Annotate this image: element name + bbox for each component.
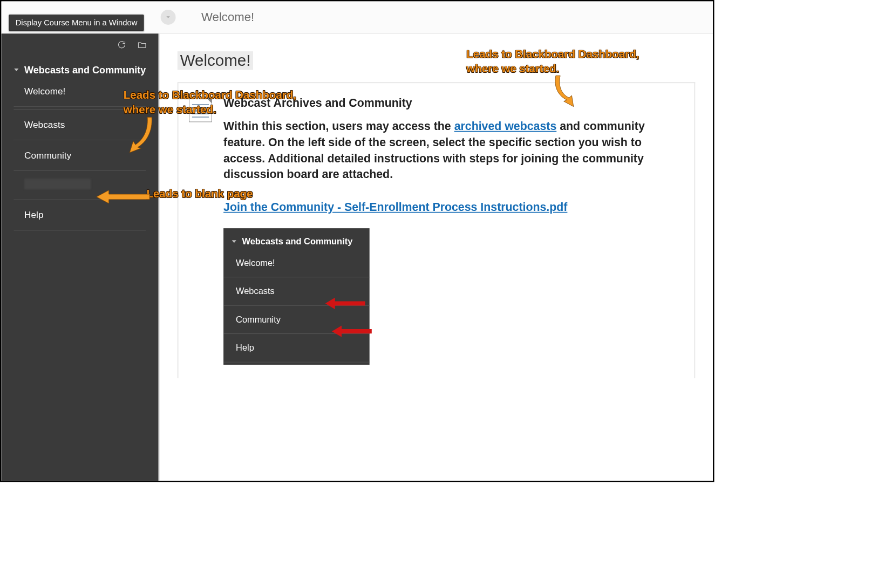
page-title: Welcome! [178, 51, 254, 70]
sidebar-tools [1, 40, 158, 56]
caret-down-icon [13, 66, 19, 74]
chevron-down-icon [165, 13, 172, 20]
mini-sidebar-title: Webcasts and Community [242, 235, 353, 247]
content-card: Webcast Archives and Community Within th… [178, 83, 695, 378]
document-icon [189, 97, 212, 122]
sidebar-title-row[interactable]: Webcasts and Community [13, 56, 146, 79]
breadcrumb: Welcome! [201, 10, 254, 24]
sidebar-item-help[interactable]: Help [13, 200, 146, 230]
mini-item-help: Help [223, 334, 370, 362]
content-entry: Webcast Archives and Community Within th… [189, 97, 684, 365]
pdf-link[interactable]: Join the Community - Self-Enrollment Pro… [223, 200, 567, 214]
mini-item-webcasts: Webcasts [223, 277, 370, 305]
mini-item-community: Community [223, 305, 370, 333]
folder-icon[interactable] [137, 40, 147, 51]
app-frame: Display Course Menu in a Window Welcome!… [0, 0, 714, 482]
sidebar-title: Webcasts and Community [24, 64, 146, 77]
sidebar-item-community[interactable]: Community [13, 140, 146, 171]
sidebar: Webcasts and Community Welcome! Webcasts… [1, 33, 158, 481]
archived-webcasts-link[interactable]: archived webcasts [454, 119, 557, 133]
tooltip-display-menu: Display Course Menu in a Window [9, 15, 144, 31]
entry-body-before: Within this section, users may access th… [223, 119, 454, 133]
sidebar-item-welcome[interactable]: Welcome! [13, 79, 146, 106]
sidebar-item-redacted[interactable] [13, 170, 146, 200]
caret-down-icon [232, 238, 237, 246]
annotation-right-note: Leads to Blackboard Dashboard, where we … [466, 47, 661, 76]
entry-heading: Webcast Archives and Community [223, 97, 684, 110]
mini-item-welcome: Welcome! [223, 249, 370, 277]
collapse-toggle[interactable] [161, 10, 176, 25]
entry-body: Within this section, users may access th… [223, 118, 684, 182]
refresh-icon[interactable] [117, 40, 126, 51]
sidebar-item-webcasts[interactable]: Webcasts [13, 110, 146, 140]
topbar: Display Course Menu in a Window Welcome! [1, 1, 713, 33]
main: Welcome! Webcast Archives and Community … [159, 33, 713, 481]
mini-sidebar: Webcasts and Community Welcome! Webcasts… [223, 228, 370, 365]
